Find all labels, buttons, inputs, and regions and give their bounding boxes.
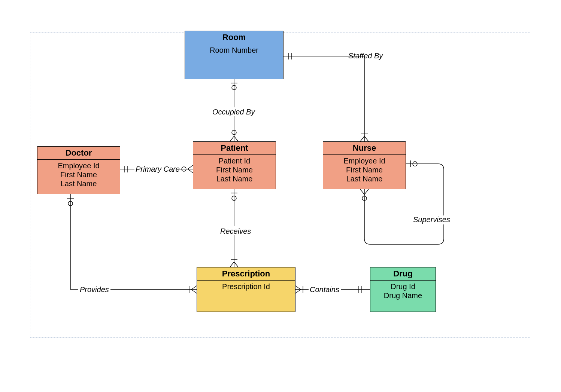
entity-attr: Room Number bbox=[187, 46, 281, 55]
entity-attr: Drug Id bbox=[373, 282, 433, 291]
entity-prescription[interactable]: Prescription Prescription Id bbox=[197, 267, 295, 312]
entity-attrs: Employee Id First Name Last Name bbox=[37, 160, 120, 194]
entity-attr: Employee Id bbox=[40, 161, 118, 170]
entity-attr: First Name bbox=[325, 165, 403, 174]
entity-attr: Last Name bbox=[325, 174, 403, 183]
entity-drug[interactable]: Drug Drug Id Drug Name bbox=[370, 267, 436, 312]
rel-label-staffed-by: Staffed By bbox=[348, 52, 383, 60]
entity-attrs: Patient Id First Name Last Name bbox=[193, 155, 276, 189]
rel-label-occupied-by: Occupied By bbox=[212, 108, 255, 116]
entity-title: Doctor bbox=[37, 147, 120, 160]
rel-label-contains: Contains bbox=[310, 285, 339, 294]
entity-attr: Employee Id bbox=[325, 156, 403, 165]
entity-attr: Last Name bbox=[40, 179, 118, 188]
entity-patient[interactable]: Patient Patient Id First Name Last Name bbox=[193, 141, 276, 189]
entity-title: Nurse bbox=[323, 142, 406, 155]
entity-title: Room bbox=[185, 31, 283, 44]
entity-attr: Patient Id bbox=[195, 156, 273, 165]
entity-attrs: Room Number bbox=[185, 44, 283, 79]
entity-attr: Prescription Id bbox=[199, 282, 293, 291]
rel-label-primary-care: Primary Care bbox=[136, 165, 180, 174]
rel-label-receives: Receives bbox=[220, 227, 251, 236]
entity-attr: First Name bbox=[195, 165, 273, 174]
rel-label-supervises: Supervises bbox=[413, 215, 450, 224]
entity-room[interactable]: Room Room Number bbox=[185, 31, 283, 79]
entity-doctor[interactable]: Doctor Employee Id First Name Last Name bbox=[37, 146, 120, 194]
entity-nurse[interactable]: Nurse Employee Id First Name Last Name bbox=[323, 141, 406, 189]
entity-attrs: Prescription Id bbox=[197, 281, 295, 312]
rel-label-provides: Provides bbox=[80, 285, 109, 294]
entity-title: Patient bbox=[193, 142, 276, 155]
entity-attrs: Employee Id First Name Last Name bbox=[323, 155, 406, 189]
entity-title: Prescription bbox=[197, 267, 295, 281]
entity-attr: Drug Name bbox=[373, 291, 433, 300]
entity-attr: Last Name bbox=[195, 174, 273, 183]
entity-attr: First Name bbox=[40, 170, 118, 179]
entity-title: Drug bbox=[370, 267, 436, 281]
entity-attrs: Drug Id Drug Name bbox=[370, 281, 436, 312]
